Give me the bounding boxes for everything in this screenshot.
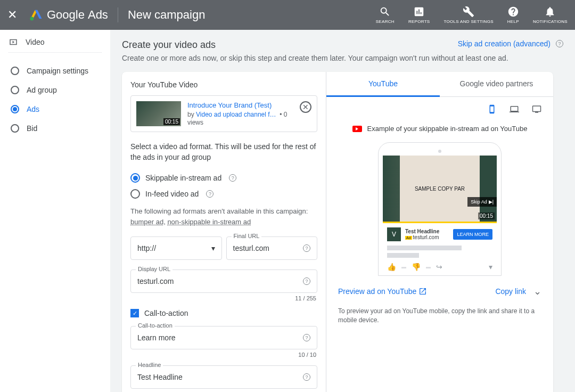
section-title: Create your video ads — [122, 39, 216, 51]
laptop-icon[interactable] — [510, 104, 519, 114]
cta-toggle[interactable]: ✓Call-to-action — [130, 309, 317, 317]
cta-counter: 10 / 10 — [132, 352, 316, 358]
tools-button[interactable]: TOOLS AND SETTINGS — [444, 6, 494, 24]
phone-preview: SAMPLE COPY PAR Skip Ad ▶| 00:15 V Test … — [378, 142, 502, 276]
tab-youtube[interactable]: YouTube — [326, 72, 440, 97]
product-name: Ads — [88, 8, 108, 22]
help-icon[interactable]: ? — [556, 40, 563, 47]
video-label: Your YouTube Video — [130, 80, 317, 89]
form-panel: Your YouTube Video 00:15 Introduce Your … — [122, 72, 326, 392]
video-byline: by Video ad upload channel f… • 0 views — [187, 111, 287, 126]
headline-field[interactable]: HeadlineTest Headline? — [130, 365, 317, 389]
ads-logo-icon — [29, 7, 44, 22]
sidebar-item-ads[interactable]: Ads — [9, 100, 102, 119]
sidebar-item-ad-group[interactable]: Ad group — [9, 80, 102, 100]
display-url-field[interactable]: Display URLtesturl.com? — [130, 270, 317, 293]
help-icon[interactable]: ? — [303, 373, 310, 381]
search-button[interactable]: SEARCH — [376, 6, 395, 24]
video-thumbnail: 00:15 — [136, 101, 181, 126]
svg-point-0 — [30, 17, 34, 21]
section-subtitle: Create one or more ads now, or skip this… — [122, 54, 575, 62]
sidebar-category: Video — [9, 37, 102, 47]
help-icon[interactable]: ? — [303, 277, 310, 285]
sidebar: Video Campaign settings Ad group Ads Bid — [0, 30, 110, 392]
divider — [9, 52, 102, 53]
sidebar-item-campaign-settings[interactable]: Campaign settings — [9, 61, 102, 80]
preview-panel: YouTube Google video partners Example of… — [326, 72, 553, 392]
content-area: Create your video ads Skip ad creation (… — [110, 30, 575, 392]
video-title[interactable]: Introduce Your Brand (Test) — [187, 101, 293, 109]
header-tools: SEARCH REPORTS TOOLS AND SETTINGS HELP N… — [376, 6, 568, 24]
learn-more-button[interactable]: LEARN MORE — [453, 229, 492, 240]
help-icon[interactable]: ? — [229, 174, 236, 182]
reports-button[interactable]: REPORTS — [408, 6, 430, 24]
checkbox-icon: ✓ — [130, 309, 139, 317]
brand-name: Google — [47, 8, 85, 22]
help-button[interactable]: HELP — [507, 6, 519, 24]
youtube-icon — [352, 126, 362, 132]
format-heading: Select a video ad format. This will be u… — [130, 142, 317, 162]
video-icon — [9, 37, 18, 47]
skip-link[interactable]: Skip ad creation (advanced)? — [458, 39, 563, 48]
close-icon[interactable]: ✕ — [7, 8, 17, 22]
chevron-down-icon[interactable]: ⌄ — [533, 285, 541, 297]
open-external-icon — [418, 287, 427, 296]
page-title: New campaign — [128, 8, 206, 22]
tab-partners[interactable]: Google video partners — [440, 72, 553, 96]
engagement-icons: 👍▬👎▬↪▾ — [383, 260, 497, 271]
mobile-icon[interactable] — [487, 104, 497, 114]
copy-link[interactable]: Copy link — [495, 287, 526, 296]
chevron-down-icon: ▾ — [211, 244, 215, 252]
video-preview: SAMPLE COPY PAR Skip Ad ▶| 00:15 — [383, 156, 497, 222]
divider — [118, 7, 118, 22]
google-ads-logo: Google Ads — [29, 7, 108, 22]
help-icon[interactable]: ? — [303, 334, 310, 341]
example-label: Example of your skippable in-stream ad o… — [326, 125, 553, 133]
display-url-counter: 11 / 255 — [132, 295, 316, 301]
format-infeed[interactable]: In-feed video ad? — [130, 186, 317, 202]
avatar: V — [387, 227, 401, 241]
cta-field[interactable]: Call-to-actionLearn more? — [130, 326, 317, 349]
tv-icon[interactable] — [532, 104, 541, 114]
sidebar-item-bid[interactable]: Bid — [9, 119, 102, 138]
top-header: ✕ Google Ads New campaign SEARCH REPORTS… — [0, 0, 575, 30]
remove-video-button[interactable]: ✕ — [300, 101, 311, 113]
notifications-button[interactable]: NOTIFICATIONS — [533, 6, 568, 24]
help-icon[interactable]: ? — [303, 244, 310, 252]
format-skippable[interactable]: Skippable in-stream ad? — [130, 170, 317, 186]
preview-on-youtube-link[interactable]: Preview ad on YouTube — [338, 287, 427, 296]
skip-ad-button[interactable]: Skip Ad ▶| — [467, 197, 497, 207]
selected-video: 00:15 Introduce Your Brand (Test) by Vid… — [130, 95, 317, 132]
final-url-field[interactable]: Final URLtesturl.com? — [226, 236, 318, 260]
help-icon[interactable]: ? — [206, 190, 213, 198]
protocol-select[interactable]: http://▾ — [130, 236, 222, 260]
format-note: The following ad formats aren't availabl… — [130, 206, 317, 227]
preview-footer-note: To preview your ad on YouTube mobile, co… — [326, 307, 553, 334]
